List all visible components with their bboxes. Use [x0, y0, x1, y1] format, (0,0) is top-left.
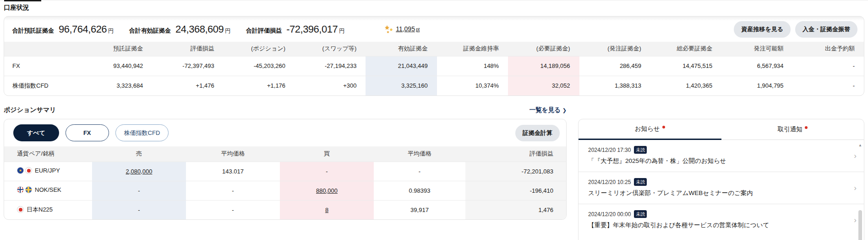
col-swap: (スワップ等): [295, 42, 366, 56]
filter-tab-all[interactable]: すべて: [13, 124, 59, 141]
total-valuation-pl-value: -72,396,017: [286, 23, 338, 35]
news-title: スリーミリオン倶楽部・プレミアムWEBセミナーのご案内: [588, 189, 844, 197]
sell-quantity-cell: -: [92, 181, 186, 200]
sell-quantity-cell: -: [92, 200, 186, 219]
account-summary-bar: 合計預託証拠金 96,764,626 円 合計有効証拠金 24,368,609 …: [4, 17, 864, 42]
sweden-flag-icon: [25, 186, 32, 193]
tab-news[interactable]: お知らせ: [579, 119, 721, 140]
scroll-up-arrow[interactable]: ▲: [858, 143, 862, 147]
pair-cell: NOK/SEK: [4, 181, 92, 200]
valuation-pl: -196,410: [465, 181, 567, 200]
total-deposit-margin-label: 合計預託証拠金: [12, 27, 54, 35]
position-row-eurjpy: EUR/JPY 2,080,000 143.017 - - -72,201,08…: [4, 162, 567, 181]
view-asset-history-button[interactable]: 資産推移を見る: [734, 21, 791, 38]
sell-quantity-cell: 2,080,000: [92, 162, 186, 181]
pair-cell: EUR/JPY: [4, 162, 92, 181]
fx-effective-margin: 21,043,449: [366, 56, 437, 76]
points-link[interactable]: 11,095 pt: [384, 25, 420, 33]
yen-unit: 円: [339, 27, 344, 35]
position-table: 通貨ペア/銘柄 売 平均価格 買 平均価格 評価損益: [4, 146, 567, 219]
summary-actions: 資産推移を見る 入金・証拠金振替: [734, 21, 857, 38]
col-deposit-margin: 預託証拠金: [81, 42, 152, 56]
col-product: [4, 42, 81, 56]
position-summary-card: すべて FX 株価指数CFD 証拠金計算 通貨ペア/銘柄 売 平均価格 買 平均…: [4, 119, 567, 220]
news-datetime: 2024/12/20 00:00: [588, 211, 631, 218]
buy-avg-price: -: [374, 162, 465, 181]
buy-quantity-cell: -: [280, 162, 374, 181]
fx-required-margin: 14,189,056: [508, 56, 579, 76]
position-filter-row: すべて FX 株価指数CFD 証拠金計算: [4, 119, 566, 146]
news-datetime: 2024/12/20 17:30: [588, 147, 631, 153]
col-effective-margin: 有効証拠金: [366, 42, 437, 56]
chevron-right-icon: ›: [854, 151, 857, 161]
col-sell: 売: [92, 146, 186, 162]
cfd-orderable-amount: 1,904,795: [721, 76, 792, 95]
pair-cell: 日本N225: [4, 200, 92, 219]
tab-trade-notices[interactable]: 取引通知: [721, 119, 864, 140]
col-order-margin: (発注証拠金): [579, 42, 650, 56]
col-position: (ポジション): [224, 42, 295, 56]
col-margin-ratio: 証拠金維持率: [437, 42, 508, 56]
content-columns: すべて FX 株価指数CFD 証拠金計算 通貨ペア/銘柄 売 平均価格 買 平均…: [4, 119, 864, 240]
valuation-pl: 1,476: [465, 200, 567, 219]
total-deposit-margin-value: 96,764,626: [59, 23, 107, 35]
col-sell-avg-price: 平均価格: [186, 146, 280, 162]
unread-dot-icon: [805, 126, 808, 129]
fx-withdrawal-reserved: -: [793, 56, 864, 76]
cfd-valuation-pl: +1,476: [152, 76, 223, 95]
notifications-list: 2024/12/20 17:30 未読 「『大予想』2025年の為替・株」公開の…: [579, 140, 864, 236]
col-withdrawal-reserved: 出金予約額: [793, 42, 864, 56]
buy-quantity-link[interactable]: 8: [325, 207, 328, 213]
points-unit: pt: [416, 27, 420, 32]
unread-badge: 未読: [634, 178, 647, 186]
deposit-transfer-button[interactable]: 入金・証拠金振替: [795, 21, 857, 38]
tab-news-label: お知らせ: [635, 125, 660, 133]
cfd-deposit-margin: 3,323,684: [81, 76, 152, 95]
fx-deposit-margin: 93,440,942: [81, 56, 152, 76]
filter-tab-fx[interactable]: FX: [66, 124, 109, 141]
news-datetime: 2024/12/20 10:25: [588, 179, 631, 185]
yen-unit: 円: [108, 27, 114, 35]
fx-total-required-margin: 14,475,515: [650, 56, 721, 76]
account-table-header-row: 預託証拠金 評価損益 (ポジション) (スワップ等) 有効証拠金 証拠金維持率 …: [4, 42, 864, 56]
eu-flag-icon: [17, 167, 24, 174]
cfd-withdrawal-reserved: -: [793, 76, 864, 95]
buy-quantity-link[interactable]: 880,000: [316, 187, 338, 194]
position-table-header-row: 通貨ペア/銘柄 売 平均価格 買 平均価格 評価損益: [4, 146, 567, 162]
sell-avg-price: 143.017: [186, 162, 280, 181]
row-label: FX: [4, 56, 81, 76]
sell-avg-price: -: [186, 181, 280, 200]
unread-badge: 未読: [634, 210, 647, 218]
fx-order-margin: 286,459: [579, 56, 650, 76]
cfd-effective-margin: 3,325,160: [366, 76, 437, 95]
pair-name: EUR/JPY: [35, 167, 60, 174]
news-item[interactable]: 2024/12/20 10:25 未読 スリーミリオン倶楽部・プレミアムWEBセ…: [579, 172, 864, 204]
news-item[interactable]: 2024/12/20 17:30 未読 「『大予想』2025年の為替・株」公開の…: [579, 140, 864, 172]
col-buy: 買: [280, 146, 374, 162]
points-value: 11,095: [396, 25, 415, 33]
valuation-pl: -72,201,083: [465, 162, 567, 181]
page-title: 口座状況: [4, 0, 864, 12]
position-row-n225: 日本N225 - - 8 39,917 1,476: [4, 200, 567, 219]
position-summary-title: ポジションサマリ: [4, 106, 56, 114]
view-all-link[interactable]: 一覧を見る❯: [530, 106, 567, 114]
cfd-order-margin: 1,388,313: [579, 76, 650, 95]
scrollbar-thumb[interactable]: [858, 210, 862, 240]
buy-avg-price: 39,917: [374, 200, 465, 219]
col-total-required-margin: 総必要証拠金: [650, 42, 721, 56]
unread-badge: 未読: [634, 146, 647, 154]
tab-trade-notices-label: 取引通知: [778, 125, 802, 134]
fx-orderable-amount: 6,567,934: [721, 56, 792, 76]
cfd-total-required-margin: 1,420,365: [650, 76, 721, 95]
position-summary-header: ポジションサマリ 一覧を見る❯: [4, 106, 567, 114]
margin-calc-button[interactable]: 証拠金計算: [515, 125, 560, 141]
col-valuation-pl: 評価損益: [152, 42, 223, 56]
cfd-swap: +300: [295, 76, 366, 95]
filter-tab-cfd[interactable]: 株価指数CFD: [115, 124, 169, 141]
top-hairline: [0, 0, 868, 0]
total-deposit-margin: 合計預託証拠金 96,764,626 円: [12, 23, 114, 35]
sell-quantity-link[interactable]: 2,080,000: [126, 168, 153, 175]
news-item[interactable]: 2024/12/20 00:00 未読 【重要】年末年始の取引および各種サービス…: [579, 204, 864, 236]
col-required-margin: (必要証拠金): [508, 42, 579, 56]
buy-avg-price: 0.98393: [374, 181, 465, 200]
